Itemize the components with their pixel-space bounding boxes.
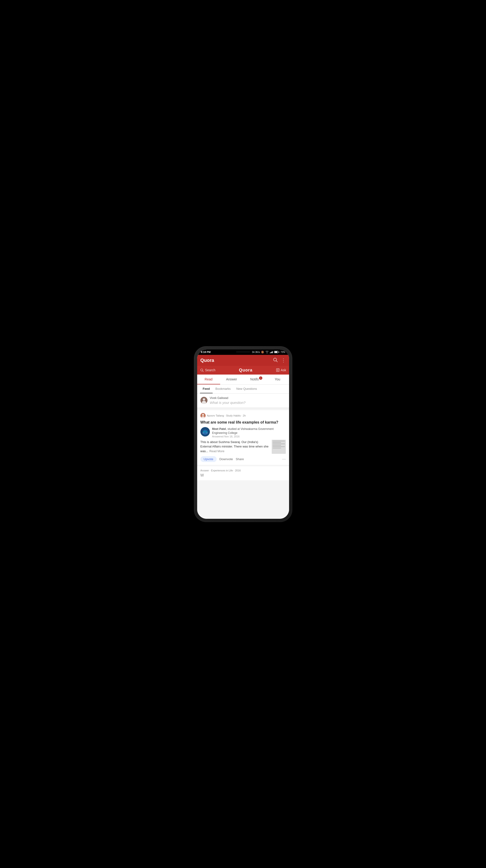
tab-notifs[interactable]: Notifs 1 — [243, 375, 266, 384]
subtab-bookmarks[interactable]: Bookmarks — [213, 384, 233, 393]
feed-content[interactable]: Vivek Gaikwad What is your question? — [197, 394, 289, 519]
feed-item-1: Apoorv Tailang · Study Habits · 2h What … — [197, 410, 289, 465]
phone-screen: 9:18 PM 34.3K/s 🔕 — [197, 349, 289, 519]
header-icons: ⋮ — [273, 357, 286, 364]
quora-logo: Quora — [239, 368, 253, 373]
answerer-avatar — [200, 427, 210, 436]
tab-answer[interactable]: Answer — [220, 375, 243, 384]
svg-point-8 — [203, 398, 205, 401]
answer-body: This is about Sushma Swaraj. Our (India'… — [200, 440, 286, 454]
app-title: Quora — [200, 358, 214, 363]
svg-point-18 — [206, 431, 206, 432]
feed-item-2: Answer · Experiences in Life · 2016 W — [197, 466, 289, 480]
sub-tabs: Feed Bookmarks New Questions — [197, 384, 289, 394]
status-time: 9:18 PM — [201, 351, 211, 353]
ask-placeholder[interactable]: What is your question? — [210, 401, 246, 405]
subtab-feed[interactable]: Feed — [200, 384, 213, 393]
svg-point-17 — [204, 431, 204, 432]
svg-line-3 — [202, 371, 203, 372]
main-tabs: Read Answer Notifs 1 You — [197, 375, 289, 384]
svg-line-1 — [276, 361, 277, 362]
upvote-button[interactable]: Upvote — [200, 456, 217, 462]
quora-header: Quora ⋮ — [197, 355, 289, 366]
more-options-button[interactable]: ··· — [282, 457, 286, 462]
signal-bars — [270, 351, 273, 353]
network-speed: 34.3K/s — [252, 351, 260, 353]
ask-button[interactable]: Ask — [276, 368, 286, 372]
subtab-new-questions[interactable]: New Questions — [233, 384, 260, 393]
read-more-link[interactable]: Read More — [209, 450, 224, 453]
ask-question-card: Vivek Gaikwad What is your question? — [197, 394, 289, 409]
user-avatar — [200, 397, 207, 404]
meta-text: Apoorv Tailang · Study Habits · 2h — [207, 414, 246, 417]
tab-you[interactable]: You — [266, 375, 289, 384]
ask-label: Ask — [281, 368, 286, 372]
svg-point-11 — [202, 414, 204, 416]
vote-row: Upvote Downvote Share ··· — [200, 456, 286, 462]
bell-icon: 🔕 — [261, 351, 264, 354]
battery-percent: 73% — [281, 351, 285, 353]
notif-badge: 1 — [259, 376, 262, 380]
preview-question: W — [200, 473, 286, 477]
search-area[interactable]: Search — [200, 368, 216, 372]
search-icon[interactable] — [273, 357, 278, 364]
status-right: 34.3K/s 🔕 — [252, 351, 285, 354]
battery-icon — [274, 351, 279, 353]
ask-author: Vivek Gaikwad — [210, 396, 246, 400]
search-bar: Search Quora Ask — [197, 366, 289, 375]
answerer-row: Meet Patel, studied at Vishwakarma Gover… — [200, 427, 286, 438]
share-button[interactable]: Share — [236, 457, 244, 461]
answered-date: Answered Nov 18, 2016 — [212, 435, 286, 438]
tab-read[interactable]: Read — [197, 375, 220, 384]
answer-thumbnail — [272, 440, 286, 454]
meta-avatar — [200, 413, 205, 418]
more-menu-icon[interactable]: ⋮ — [281, 358, 286, 363]
phone-frame: 9:18 PM 34.3K/s 🔕 — [194, 346, 292, 522]
preview-meta: Answer · Experiences in Life · 2016 — [200, 469, 286, 472]
feed-meta: Apoorv Tailang · Study Habits · 2h — [200, 413, 286, 418]
answerer-name: Meet Patel, studied at Vishwakarma Gover… — [212, 427, 286, 435]
speaker — [236, 351, 250, 352]
downvote-button[interactable]: Downvote — [220, 457, 233, 461]
answerer-info: Meet Patel, studied at Vishwakarma Gover… — [212, 427, 286, 438]
search-label: Search — [205, 368, 216, 372]
wifi-icon — [265, 351, 269, 354]
feed-question[interactable]: What are some real life examples of karm… — [200, 420, 286, 425]
